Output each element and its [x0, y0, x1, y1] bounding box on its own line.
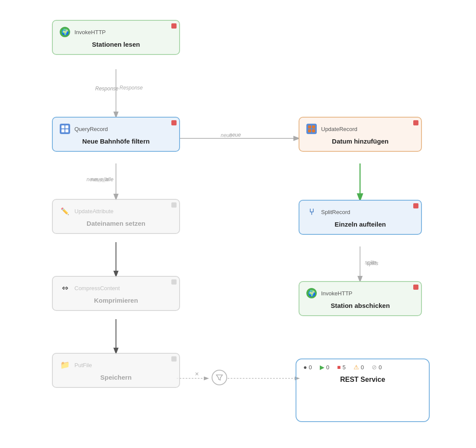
- warning-value: 0: [361, 364, 364, 371]
- folder-icon: 📁: [59, 359, 71, 371]
- node-header: QueryRecord: [59, 123, 173, 135]
- group-title: REST Service: [296, 373, 429, 389]
- node-main-label: Station abschicken: [306, 302, 415, 309]
- stat-queued: ● 0: [303, 364, 312, 371]
- disabled-value: 0: [379, 364, 382, 371]
- warning-icon: ⚠: [354, 364, 359, 371]
- group-box-rest-service[interactable]: ● 0 ▶ 0 ■ 5 ⚠ 0 ⊘ 0 REST Service: [296, 358, 430, 422]
- node-header: 🌍 InvokeHTTP: [59, 26, 173, 38]
- node-einzeln-aufteilen[interactable]: ⑂ SplitRecord Einzeln aufteilen: [299, 200, 422, 235]
- node-type-label: SplitRecord: [321, 209, 350, 215]
- node-main-label: Datum hinzufügen: [306, 138, 415, 145]
- node-main-label: Einzeln aufteilen: [306, 221, 415, 228]
- node-header: 📁 PutFile: [59, 359, 173, 371]
- queued-icon: ●: [303, 364, 307, 371]
- node-main-label: Stationen lesen: [59, 41, 173, 48]
- node-main-label: Komprimieren: [59, 297, 173, 304]
- node-header: 🌍 InvokeHTTP: [306, 287, 415, 299]
- node-corner-btn[interactable]: [171, 356, 177, 362]
- running-value: 0: [326, 364, 329, 371]
- node-header: ✏️ UpdateAttribute: [59, 205, 173, 217]
- group-stats: ● 0 ▶ 0 ■ 5 ⚠ 0 ⊘ 0: [296, 359, 429, 373]
- svg-text:✕: ✕: [195, 371, 199, 377]
- globe-icon-2: 🌍: [306, 287, 318, 299]
- node-main-label: Neue Bahnhöfe filtern: [59, 138, 173, 145]
- node-neue-bahnhoefe[interactable]: QueryRecord Neue Bahnhöfe filtern: [52, 117, 180, 152]
- edge-label-neue-alle-text: neue_alle: [87, 176, 109, 182]
- node-main-label: Speichern: [59, 374, 173, 381]
- node-type-label: QueryRecord: [74, 126, 108, 132]
- edge-label-response: Response: [95, 86, 119, 92]
- node-type-label: CompressContent: [74, 285, 120, 291]
- node-stationen-lesen[interactable]: 🌍 InvokeHTTP Stationen lesen: [52, 20, 180, 55]
- node-header: ⑂ SplitRecord: [306, 206, 415, 218]
- node-corner-btn[interactable]: [171, 120, 177, 125]
- table-orange-icon: [306, 123, 318, 135]
- node-corner-btn[interactable]: [413, 203, 418, 208]
- canvas: ✕ Response neue neue_alle splits 🌍 Invok…: [0, 0, 476, 448]
- node-type-label: InvokeHTTP: [74, 29, 106, 35]
- stat-disabled: ⊘ 0: [372, 364, 382, 371]
- node-corner-btn[interactable]: [413, 120, 418, 125]
- node-datum-hinzufuegen[interactable]: UpdateRecord Datum hinzufügen: [299, 117, 422, 152]
- stat-stopped: ■ 5: [337, 364, 346, 371]
- edge-label-response-text: Response: [119, 85, 143, 91]
- node-corner-btn[interactable]: [171, 279, 177, 285]
- table-icon: [59, 123, 71, 135]
- node-type-label: InvokeHTTP: [321, 290, 352, 297]
- node-station-abschicken[interactable]: 🌍 InvokeHTTP Station abschicken: [299, 281, 422, 316]
- pencil-icon: ✏️: [59, 205, 71, 217]
- funnel-icon: [212, 370, 227, 385]
- node-corner-btn[interactable]: [171, 202, 177, 208]
- node-type-label: UpdateRecord: [321, 126, 357, 132]
- disabled-icon: ⊘: [372, 364, 377, 371]
- node-header: ⇔ CompressContent: [59, 282, 173, 294]
- queued-value: 0: [309, 364, 312, 371]
- running-icon: ▶: [320, 364, 325, 371]
- edge-label-neue-text: neue: [221, 132, 232, 138]
- compress-icon: ⇔: [59, 282, 71, 294]
- stopped-icon: ■: [337, 364, 341, 371]
- globe-icon: 🌍: [59, 26, 71, 38]
- node-header: UpdateRecord: [306, 123, 415, 135]
- node-type-label: UpdateAttribute: [74, 208, 113, 214]
- node-type-label: PutFile: [74, 362, 92, 368]
- edge-label-splits-text: splits: [365, 259, 376, 266]
- node-main-label: Dateinamen setzen: [59, 220, 173, 227]
- stat-running: ▶ 0: [320, 364, 329, 371]
- stat-warning: ⚠ 0: [354, 364, 364, 371]
- node-speichern[interactable]: 📁 PutFile Speichern: [52, 353, 180, 388]
- node-dateinamen-setzen[interactable]: ✏️ UpdateAttribute Dateinamen setzen: [52, 199, 180, 234]
- split-icon: ⑂: [306, 206, 318, 218]
- stopped-value: 5: [342, 364, 345, 371]
- node-corner-btn[interactable]: [171, 23, 177, 29]
- node-corner-btn[interactable]: [413, 285, 418, 290]
- node-komprimieren[interactable]: ⇔ CompressContent Komprimieren: [52, 276, 180, 311]
